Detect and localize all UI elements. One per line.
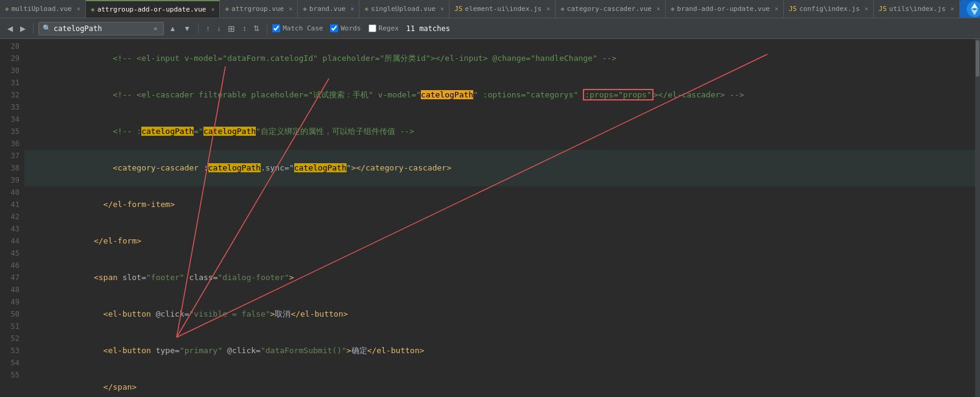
fold-29[interactable] [24, 90, 34, 100]
code-line-30: <!-- :catelogPath="catelogPath"自定义绑定的属性，… [24, 113, 980, 150]
words-option[interactable]: Words [330, 24, 361, 32]
code-line-34: <span slot="footer" class="dialog-footer… [24, 259, 980, 296]
search-icon: 🔍 [43, 24, 51, 32]
tab-label: singleUpload.vue [371, 5, 435, 13]
fold-31[interactable] [24, 163, 34, 173]
fold-37[interactable] [24, 382, 34, 392]
filter-button[interactable]: ⊞ [225, 23, 238, 35]
tab-close[interactable]: × [951, 5, 954, 12]
tab-close[interactable]: × [350, 5, 354, 12]
code-area: 2829303132333435363738394041424344454647… [0, 39, 980, 397]
sort-button[interactable]: ⇅ [251, 23, 262, 34]
fold-33[interactable] [24, 236, 34, 246]
code-line-28: <!-- <el-input v-model="dataForm.catelog… [24, 40, 980, 77]
line-text-36: <el-button type="primary" @click="dataFo… [34, 332, 425, 369]
match-case-option[interactable]: Match Case [272, 24, 323, 32]
nav-forward-button[interactable]: ▶ [18, 23, 28, 34]
words-checkbox[interactable] [330, 24, 338, 32]
vue-icon: ◆ [364, 5, 368, 13]
fold-34[interactable] [24, 273, 34, 283]
tab-label: utils\index.js [889, 5, 946, 13]
code-line-32: </el-form-item> [24, 186, 980, 223]
regex-checkbox[interactable] [368, 24, 376, 32]
tab-close[interactable]: × [211, 6, 214, 13]
search-bar: ◀ ▶ 🔍 × ▲ ▼ ↑ ↓ ⊞ ↕ ⇅ Match Case Words R… [0, 18, 980, 39]
nav-back-button[interactable]: ◀ [5, 23, 15, 34]
code-line-37: </span> [24, 369, 980, 397]
tab-close[interactable]: × [657, 5, 660, 12]
js-icon: JS [789, 5, 797, 13]
tab-elementui[interactable]: JS element-ui\index.js × [449, 0, 555, 18]
tab-label: multiUpload.vue [12, 5, 72, 13]
tab-multiupload[interactable]: ◆ multiUpload.vue × [0, 0, 86, 18]
line-text-30: <!-- :catelogPath="catelogPath"自定义绑定的属性，… [34, 113, 414, 150]
tab-close[interactable]: × [289, 5, 292, 12]
app-logo-icon [966, 1, 980, 18]
vue-icon: ◆ [671, 5, 675, 13]
line-text-34: <span slot="footer" class="dialog-footer… [34, 259, 294, 296]
tab-close[interactable]: × [440, 5, 444, 12]
vue-icon: ◆ [5, 5, 9, 13]
search-input-wrap: 🔍 × [38, 22, 164, 35]
line-text-37: </span> [34, 369, 136, 397]
fold-35[interactable] [24, 309, 34, 319]
vue-icon: ◆ [560, 5, 565, 13]
match-case-label: Match Case [283, 24, 323, 32]
tab-bar: ◆ multiUpload.vue × ◆ attrgroup-add-or-u… [0, 0, 980, 18]
js-icon: JS [454, 5, 462, 13]
logo-area [960, 0, 980, 18]
scroll-thumb[interactable] [976, 40, 979, 77]
vue-icon: ◆ [303, 5, 307, 13]
tab-brand[interactable]: ◆ brand.vue × [298, 0, 359, 18]
fold-30[interactable] [24, 127, 34, 136]
tab-label: attrgroup-add-or-update.vue [97, 5, 206, 13]
separator [33, 23, 33, 34]
code-line-35: <el-button @click="visible = false">取消</… [24, 296, 980, 332]
code-line-31: <category-cascader :catelogPath.sync="ca… [24, 150, 980, 186]
tab-label: brand-add-or-update.vue [677, 5, 770, 13]
search-input[interactable] [54, 24, 151, 33]
tab-label: config\index.js [799, 5, 859, 13]
fold-32[interactable] [24, 200, 34, 209]
tab-label: attrgroup.vue [231, 5, 284, 13]
js-icon: JS [879, 5, 887, 13]
line-text-32: </el-form-item> [34, 186, 175, 223]
separator2 [198, 23, 199, 34]
tab-utils-index[interactable]: JS utils\index.js × [874, 0, 960, 18]
line-text-31: <category-cascader :catelogPath.sync="ca… [34, 150, 451, 186]
next-match-button[interactable]: ▼ [181, 23, 193, 34]
fold-36[interactable] [24, 346, 34, 356]
clear-search-button[interactable]: × [151, 24, 160, 33]
tab-close[interactable]: × [546, 5, 550, 12]
tab-attrgroup-add-or-update[interactable]: ◆ attrgroup-add-or-update.vue × [86, 0, 220, 18]
separator3 [267, 23, 267, 34]
regex-label: Regex [379, 24, 399, 32]
scroll-track[interactable] [975, 39, 980, 397]
tab-close[interactable]: × [865, 5, 869, 12]
words-label: Words [340, 24, 361, 32]
line-numbers: 2829303132333435363738394041424344454647… [0, 39, 24, 397]
tab-label: brand.vue [309, 5, 346, 13]
nav-down-button[interactable]: ↓ [214, 23, 223, 34]
svg-point-0 [967, 1, 980, 17]
tab-close[interactable]: × [77, 5, 80, 12]
tab-close[interactable]: × [775, 5, 778, 12]
vue-icon: ◆ [225, 5, 229, 13]
tab-singleupload[interactable]: ◆ singleUpload.vue × [359, 0, 449, 18]
regex-option[interactable]: Regex [368, 24, 399, 32]
fold-28[interactable] [24, 54, 34, 63]
code-line-36: <el-button type="primary" @click="dataFo… [24, 332, 980, 369]
prev-match-button[interactable]: ▲ [166, 23, 178, 34]
nav-up-button[interactable]: ↑ [203, 23, 212, 34]
code-content[interactable]: <!-- <el-input v-model="dataForm.catelog… [24, 39, 980, 397]
tab-attrgroup[interactable]: ◆ attrgroup.vue × [220, 0, 298, 18]
wrap-button[interactable]: ↕ [240, 23, 249, 34]
tab-config-index[interactable]: JS config\index.js × [784, 0, 874, 18]
code-line-33: </el-form> [24, 223, 980, 259]
match-case-checkbox[interactable] [272, 24, 280, 32]
line-text-28: <!-- <el-input v-model="dataForm.catelog… [34, 40, 616, 77]
match-count-value: 11 matches [406, 24, 450, 33]
tab-category-cascader[interactable]: ◆ category-cascader.vue × [555, 0, 666, 18]
line-text-33: </el-form> [34, 223, 141, 259]
tab-brand-add-or-update[interactable]: ◆ brand-add-or-update.vue × [666, 0, 784, 18]
